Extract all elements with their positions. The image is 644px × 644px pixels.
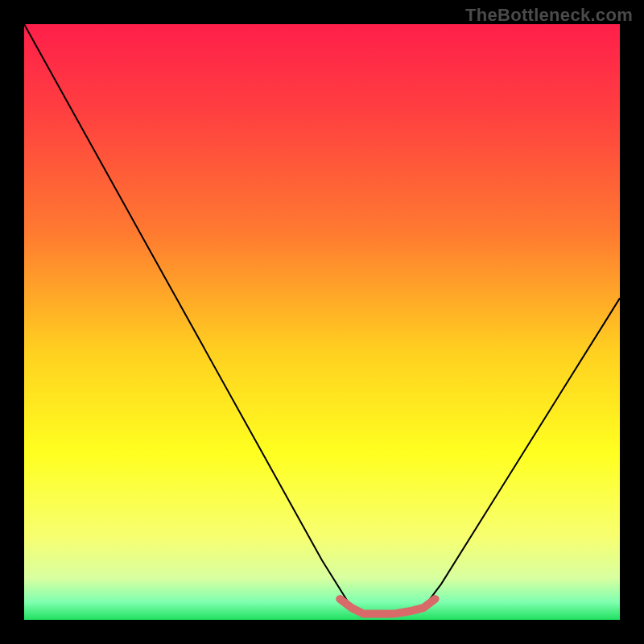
minimum-plateau (340, 599, 435, 614)
main-curve (24, 24, 620, 614)
attribution-label: TheBottleneck.com (465, 5, 633, 26)
chart-lines (24, 24, 620, 620)
chart-stage: TheBottleneck.com (0, 0, 644, 644)
plot-area (24, 24, 620, 620)
